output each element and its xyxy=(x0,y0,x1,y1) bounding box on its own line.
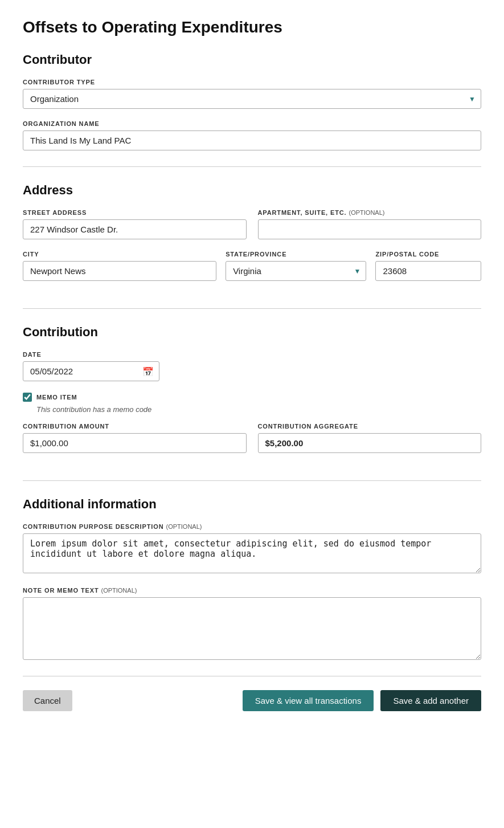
state-label: State/Province xyxy=(226,251,366,258)
address-section: Address Street Address Apartment, Suite,… xyxy=(23,183,481,292)
contribution-aggregate-field: Contribution Aggregate xyxy=(258,423,482,453)
contribution-divider xyxy=(23,480,481,481)
contributor-type-field: Contributor Type Individual Organization… xyxy=(23,79,481,109)
contribution-aggregate-input xyxy=(258,433,482,453)
contributor-type-select-wrapper: Individual Organization Committee ▼ xyxy=(23,89,481,109)
apt-field: Apartment, Suite, Etc. (OPTIONAL) xyxy=(258,209,482,239)
address-heading: Address xyxy=(23,183,481,198)
date-wrapper: 📅 xyxy=(23,361,159,381)
state-select[interactable]: Virginia xyxy=(226,261,366,281)
zip-field: Zip/Postal Code xyxy=(375,251,481,281)
footer-right-buttons: Save & view all transactions Save & add … xyxy=(243,690,481,711)
street-address-input[interactable] xyxy=(23,219,247,239)
purpose-textarea[interactable]: Lorem ipsum dolor sit amet, consectetur … xyxy=(23,533,481,573)
city-field: City xyxy=(23,251,216,281)
additional-heading: Additional information xyxy=(23,497,481,512)
address-divider xyxy=(23,308,481,309)
contributor-heading: Contributor xyxy=(23,52,481,67)
contribution-heading: Contribution xyxy=(23,325,481,340)
address-row-1: Street Address Apartment, Suite, Etc. (O… xyxy=(23,209,481,251)
memo-label: Memo Item xyxy=(36,394,77,401)
cancel-button[interactable]: Cancel xyxy=(23,690,72,711)
page-title: Offsets to Operating Expenditures xyxy=(23,18,481,36)
purpose-label: Contribution Purpose Description (OPTION… xyxy=(23,523,481,530)
purpose-field: Contribution Purpose Description (OPTION… xyxy=(23,523,481,576)
memo-row: Memo Item xyxy=(23,393,481,402)
contributor-type-label: Contributor Type xyxy=(23,79,481,85)
note-textarea[interactable] xyxy=(23,597,481,660)
state-field: State/Province Virginia ▼ xyxy=(226,251,366,281)
additional-section: Additional information Contribution Purp… xyxy=(23,497,481,662)
zip-label: Zip/Postal Code xyxy=(375,251,481,258)
date-label: Date xyxy=(23,351,481,358)
city-input[interactable] xyxy=(23,261,216,281)
street-address-field: Street Address xyxy=(23,209,247,239)
street-address-label: Street Address xyxy=(23,209,247,216)
contribution-aggregate-label: Contribution Aggregate xyxy=(258,423,482,430)
contribution-section: Contribution Date 📅 Memo Item This contr… xyxy=(23,325,481,464)
contribution-amount-field: Contribution Amount xyxy=(23,423,247,453)
apt-label: Apartment, Suite, Etc. (OPTIONAL) xyxy=(258,209,482,216)
note-label: Note or Memo Text (OPTIONAL) xyxy=(23,587,481,594)
save-add-button[interactable]: Save & add another xyxy=(380,690,481,711)
date-input[interactable] xyxy=(23,361,159,381)
date-field: Date 📅 xyxy=(23,351,481,381)
zip-input[interactable] xyxy=(375,261,481,281)
state-select-wrapper: Virginia ▼ xyxy=(226,261,366,281)
contributor-divider xyxy=(23,166,481,167)
note-field: Note or Memo Text (OPTIONAL) xyxy=(23,587,481,662)
contribution-amount-label: Contribution Amount xyxy=(23,423,247,430)
apt-input[interactable] xyxy=(258,219,482,239)
city-label: City xyxy=(23,251,216,258)
contributor-section: Contributor Contributor Type Individual … xyxy=(23,52,481,150)
contribution-amount-input[interactable] xyxy=(23,433,247,453)
org-name-label: Organization Name xyxy=(23,120,481,127)
memo-checkbox[interactable] xyxy=(23,393,32,402)
contributor-type-select[interactable]: Individual Organization Committee xyxy=(23,89,481,109)
footer-bar: Cancel Save & view all transactions Save… xyxy=(23,676,481,711)
address-row-2: City State/Province Virginia ▼ Zip/Posta… xyxy=(23,251,481,292)
org-name-input[interactable] xyxy=(23,130,481,150)
save-view-button[interactable]: Save & view all transactions xyxy=(243,690,374,711)
org-name-field: Organization Name xyxy=(23,120,481,150)
memo-subtext: This contribution has a memo code xyxy=(36,405,481,414)
amount-row: Contribution Amount Contribution Aggrega… xyxy=(23,423,481,464)
